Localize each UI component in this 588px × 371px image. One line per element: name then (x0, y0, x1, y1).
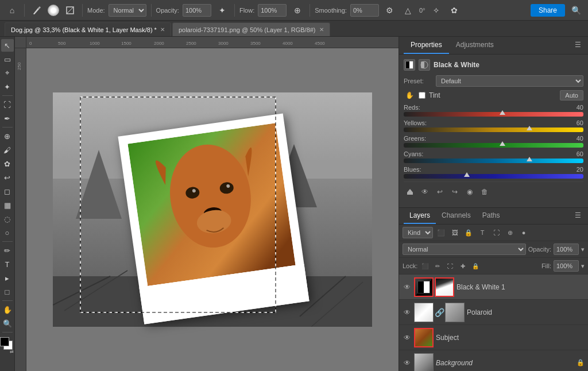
lock-move[interactable]: ✚ (458, 261, 468, 271)
layer-item-polaroid[interactable]: 👁 🔗 Polaroid (399, 300, 588, 325)
props-icon-layer[interactable] (404, 186, 416, 198)
tab-dog[interactable]: Dog.jpg @ 33,3% (Black & White 1, Layer … (5, 22, 171, 36)
settings-btn[interactable]: ⚙ (382, 3, 397, 18)
tab-polaroid[interactable]: polaroid-7337191.png @ 50% (Layer 1, RGB… (172, 22, 330, 36)
brush-size-indicator[interactable] (48, 5, 59, 16)
pressure-btn[interactable]: ✿ (447, 3, 462, 18)
tool-path-select[interactable]: ▸ (1, 272, 14, 284)
tool-dodge[interactable]: ○ (1, 226, 14, 239)
tool-hand[interactable]: ✋ (1, 303, 14, 316)
hand-tool-icon[interactable]: ✋ (404, 91, 415, 99)
kind-icon-5[interactable]: ⛶ (490, 227, 502, 238)
kind-icon-7[interactable]: ● (518, 227, 529, 238)
yellows-value: 60 (577, 119, 583, 126)
tool-blur[interactable]: ◌ (1, 212, 14, 225)
layer-eye-bw1[interactable]: 👁 (403, 283, 412, 291)
tab-channels[interactable]: Channels (436, 208, 477, 224)
tool-type[interactable]: T (1, 258, 14, 270)
share-button[interactable]: Share (531, 4, 565, 17)
layer-eye-polaroid[interactable]: 👁 (403, 308, 412, 316)
mode-dropdown[interactable]: Normal (109, 4, 146, 17)
tool-clone[interactable]: ✿ (1, 157, 14, 170)
tool-separator-3 (2, 241, 13, 242)
auto-button[interactable]: Auto (560, 90, 583, 101)
tab-properties[interactable]: Properties (404, 37, 449, 54)
foreground-color-swatch[interactable] (0, 337, 9, 346)
tab-polaroid-close[interactable]: ✕ (319, 26, 324, 33)
tab-layers[interactable]: Layers (404, 208, 436, 224)
layer-eye-background[interactable]: 👁 (403, 359, 412, 367)
symmetry-btn[interactable]: ⟡ (428, 3, 443, 18)
layer-item-background[interactable]: 👁 Background 🔒 (399, 350, 588, 371)
tab-dog-close[interactable]: ✕ (160, 26, 165, 33)
cyans-track (404, 159, 583, 163)
opacity-input[interactable] (183, 4, 211, 17)
lock-paint[interactable]: ✏ (432, 261, 443, 271)
kind-icon-3[interactable]: 🔒 (463, 227, 474, 238)
tool-marquee[interactable]: ▭ (1, 53, 14, 65)
color-mode-btn[interactable] (404, 59, 415, 71)
home-button[interactable]: ⌂ (5, 3, 20, 18)
svg-marker-40 (407, 189, 413, 192)
canvas-document (53, 92, 372, 327)
kind-icon-1[interactable]: ⬛ (435, 227, 447, 238)
tool-gradient[interactable]: ▦ (1, 199, 14, 211)
kind-icon-2[interactable]: 🖼 (449, 227, 461, 238)
angle-btn[interactable]: △ (401, 3, 416, 18)
opacity-input[interactable] (554, 244, 579, 255)
props-icon-delete[interactable]: 🗑 (478, 186, 491, 198)
tool-healing[interactable]: ⊕ (1, 130, 14, 142)
flow-input[interactable] (258, 4, 287, 17)
main-area: ↖ ▭ ⌖ ✦ ⛶ ✒ ⊕ 🖌 ✿ ↩ ◻ ▦ ◌ ○ ✏ T ▸ □ ✋ 🔍 … (0, 37, 588, 371)
tool-eraser[interactable]: ◻ (1, 185, 14, 198)
opacity-arrow[interactable]: ▾ (581, 246, 585, 253)
tool-crop[interactable]: ⛶ (1, 98, 14, 111)
flow-mode-btn[interactable]: ⊕ (290, 3, 305, 18)
polaroid-mask-thumb (445, 303, 465, 322)
lock-transparent[interactable]: ⬛ (420, 261, 430, 271)
tool-eyedropper[interactable]: ✒ (1, 112, 14, 125)
panel-menu-btn[interactable]: ☰ (572, 37, 583, 54)
top-toolbar: ⌂ Mode: Normal Opacity: ✦ Flow: ⊕ Smooth… (0, 0, 588, 21)
lock-artboard[interactable]: ⛶ (445, 261, 455, 271)
props-icon-visibility[interactable]: 👁 (419, 186, 431, 198)
blend-mode-select[interactable]: Normal (403, 244, 526, 255)
kind-select[interactable]: Kind (403, 227, 433, 238)
kind-icon-6[interactable]: ⊕ (504, 227, 516, 238)
search-button[interactable]: 🔍 (568, 3, 583, 18)
tint-checkbox[interactable] (419, 92, 425, 99)
fill-input[interactable] (554, 260, 579, 272)
tool-brush[interactable]: 🖌 (1, 144, 14, 156)
layers-panel-menu[interactable]: ☰ (572, 208, 583, 224)
lock-all[interactable]: 🔒 (470, 261, 481, 271)
mask-btn[interactable] (419, 59, 430, 71)
preset-label: Preset: (404, 78, 432, 84)
reds-label-row: Reds: 40 (404, 104, 583, 111)
swap-colors-btn[interactable]: ⇄ (10, 349, 14, 354)
tool-pen[interactable]: ✏ (1, 244, 14, 257)
props-icon-eye2[interactable]: ◉ (463, 186, 476, 198)
props-icon-redo[interactable]: ↪ (448, 186, 461, 198)
layer-item-subject[interactable]: 👁 Subject (399, 325, 588, 350)
fill-arrow[interactable]: ▾ (581, 262, 585, 270)
brush-mode-btn[interactable] (63, 3, 78, 18)
tab-adjustments[interactable]: Adjustments (449, 37, 501, 54)
tool-magic-wand[interactable]: ✦ (1, 80, 14, 93)
tool-history-brush[interactable]: ↩ (1, 171, 14, 184)
tab-paths[interactable]: Paths (477, 208, 506, 224)
airbrush-btn[interactable]: ✦ (215, 3, 230, 18)
preset-select[interactable]: Default (436, 75, 583, 87)
layer-eye-subject[interactable]: 👁 (403, 334, 412, 342)
tool-zoom[interactable]: 🔍 (1, 317, 14, 330)
tool-move[interactable]: ↖ (1, 39, 14, 52)
brush-tool-options[interactable] (29, 3, 44, 18)
kind-icon-4[interactable]: T (477, 227, 488, 238)
layer-item-bw1[interactable]: 👁 Black & White 1 (399, 275, 588, 300)
color-picker-area: ⇄ (0, 337, 15, 354)
props-icon-undo[interactable]: ↩ (434, 186, 446, 198)
brush-icon (32, 6, 41, 15)
smoothing-input[interactable] (350, 4, 379, 17)
canvas-viewport[interactable] (26, 48, 399, 371)
tool-shape[interactable]: □ (1, 285, 14, 298)
tool-lasso[interactable]: ⌖ (1, 67, 14, 79)
